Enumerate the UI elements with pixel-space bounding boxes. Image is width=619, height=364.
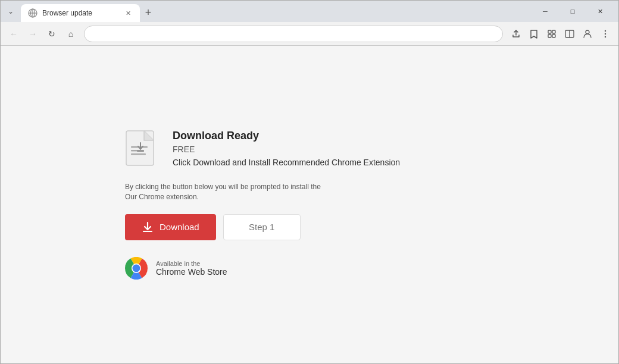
product-icon <box>125 130 161 172</box>
menu-button[interactable] <box>597 26 614 42</box>
reload-button[interactable]: ↻ <box>43 26 60 42</box>
download-button[interactable]: Download <box>125 214 216 240</box>
chrome-logo-icon <box>125 257 148 280</box>
tab-close-button[interactable]: ✕ <box>123 8 133 18</box>
svg-point-24 <box>133 264 140 272</box>
chrome-window: ⌄ Browser update ✕ + ─ □ ✕ ← → <box>0 0 619 364</box>
store-available-text: Available in the <box>156 260 227 267</box>
svg-rect-4 <box>548 30 551 33</box>
active-tab[interactable]: Browser update ✕ <box>21 4 140 22</box>
close-button[interactable]: ✕ <box>586 2 614 21</box>
step-button[interactable]: Step 1 <box>223 214 301 240</box>
svg-rect-5 <box>552 30 555 33</box>
minimize-button[interactable]: ─ <box>532 2 559 21</box>
navigation-bar: ← → ↻ ⌂ <box>1 22 618 46</box>
forward-button[interactable]: → <box>24 26 41 42</box>
step-button-label: Step 1 <box>249 222 274 232</box>
product-title: Download Ready <box>173 130 400 142</box>
tab-favicon-icon <box>28 8 37 18</box>
svg-rect-6 <box>548 34 551 37</box>
content-card: Download Ready FREE Click Download and I… <box>101 118 518 291</box>
nav-actions <box>508 26 614 42</box>
product-info: Download Ready FREE Click Download and I… <box>125 130 494 172</box>
back-button[interactable]: ← <box>5 26 22 42</box>
tab-title: Browser update <box>42 9 118 17</box>
svg-rect-17 <box>131 153 146 155</box>
share-button[interactable] <box>508 26 524 42</box>
product-details: Download Ready FREE Click Download and I… <box>173 130 400 167</box>
tab-bar: Browser update ✕ + <box>21 1 524 22</box>
home-button[interactable]: ⌂ <box>62 26 79 42</box>
action-buttons: Download Step 1 <box>125 214 494 240</box>
svg-point-13 <box>605 36 606 37</box>
notice-text: By clicking the button below you will be… <box>125 182 494 202</box>
split-tab-button[interactable] <box>561 26 578 42</box>
product-price: FREE <box>173 145 400 154</box>
download-button-label: Download <box>160 222 199 232</box>
bookmark-button[interactable] <box>526 26 542 42</box>
window-controls: ─ □ ✕ <box>532 2 614 21</box>
svg-point-11 <box>605 30 606 31</box>
svg-point-10 <box>586 30 589 34</box>
page-content: Download Ready FREE Click Download and I… <box>1 46 618 363</box>
svg-rect-7 <box>552 34 555 37</box>
profile-button[interactable] <box>579 26 596 42</box>
extension-button[interactable] <box>543 26 560 42</box>
restore-button[interactable]: □ <box>559 2 586 21</box>
chrome-store-name: Chrome Web Store <box>156 267 227 277</box>
product-description: Click Download and Install Recommended C… <box>173 158 400 167</box>
address-bar[interactable] <box>84 26 503 42</box>
show-tabs-icon[interactable]: ⌄ <box>5 5 16 18</box>
chrome-store-badge: Available in the Chrome Web Store <box>125 257 494 280</box>
new-tab-button[interactable]: + <box>140 4 157 21</box>
download-arrow-icon <box>142 221 154 233</box>
svg-point-12 <box>605 33 606 34</box>
title-bar: ⌄ Browser update ✕ + ─ □ ✕ <box>1 1 618 22</box>
store-text-group: Available in the Chrome Web Store <box>156 260 227 277</box>
